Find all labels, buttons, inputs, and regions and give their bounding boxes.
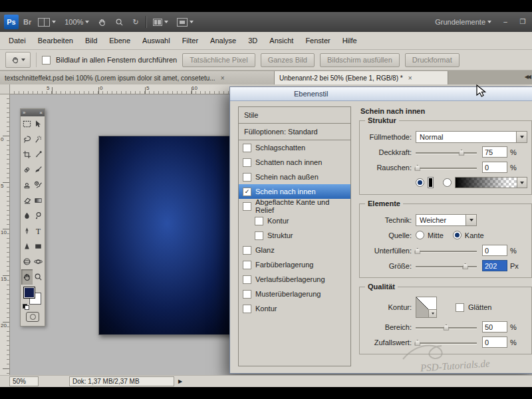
tool-gradient[interactable] [33,193,44,208]
deckkraft-slider[interactable] [416,148,477,157]
menu-ansicht[interactable]: Ansicht [263,32,299,49]
groesse-slider[interactable] [416,261,477,271]
rauschen-slider[interactable] [416,163,477,172]
tool-lasso[interactable] [21,132,33,147]
tool-type[interactable]: T [33,223,44,239]
style-item-kontur[interactable]: Kontur [239,301,350,316]
dialog-title-bar[interactable]: Ebenenstil [230,87,532,101]
glow-color-swatch[interactable] [428,177,434,188]
status-menu-arrow-icon[interactable]: ▶ [178,378,182,384]
menu-fenster[interactable]: Fenster [299,32,336,49]
gradient-radio[interactable] [443,178,452,187]
tab-unbenannt-2[interactable]: Unbenannt-2 bei 50% (Ebene 1, RGB/8) * × [275,71,448,84]
slider-thumb[interactable] [414,248,420,254]
menu-datei[interactable]: Datei [3,32,32,49]
menu-bearbeiten[interactable]: Bearbeiten [32,32,79,49]
bridge-launch-button[interactable]: Br [23,18,31,26]
tool-shape[interactable] [33,239,44,254]
tool-clone-stamp[interactable] [21,178,33,193]
slider-thumb[interactable] [414,340,420,346]
status-zoom-field[interactable]: 50% [9,376,39,386]
style-item-kontur-sub[interactable]: Kontur [239,213,350,228]
tab-close-icon[interactable]: × [408,74,412,82]
tool-rectangular-marquee[interactable] [21,116,33,132]
menu-bild[interactable]: Bild [79,32,103,49]
tool-brush[interactable] [33,162,44,178]
rotate-view-button[interactable]: ↻ [130,15,140,29]
tool-eraser[interactable] [21,193,33,208]
tools-panel-header[interactable]: » × [21,109,45,116]
tool-healing-brush[interactable] [21,162,33,178]
contour-picker-arrow-icon[interactable] [428,309,437,318]
quick-mask-button[interactable] [26,312,39,322]
tool-path-selection[interactable] [21,239,33,254]
tool-pen[interactable] [21,223,33,239]
style-checkbox[interactable]: ✓ [243,188,251,196]
tool-3d-orbit[interactable] [33,254,44,269]
tool-crop[interactable] [21,147,33,162]
view-extras-button[interactable] [36,15,58,29]
workspace-switcher[interactable]: Grundelemente [433,15,493,29]
style-item-struktur-sub[interactable]: Struktur [239,228,350,243]
style-item-verlaufsueberlagerung[interactable]: Verlaufsüberlagerung [239,272,350,287]
close-panel-icon[interactable]: × [39,110,43,116]
tool-history-brush[interactable] [33,178,44,193]
style-checkbox[interactable] [243,261,251,269]
style-item-schein-nach-aussen[interactable]: Schein nach außen [239,170,350,184]
tool-eyedropper[interactable] [33,147,44,162]
deckkraft-value[interactable]: 75 [482,146,507,158]
style-item-musterueberlagerung[interactable]: Musterüberlagerung [239,287,350,301]
style-item-schein-nach-innen[interactable]: ✓Schein nach innen [239,184,350,199]
style-checkbox[interactable] [243,158,251,167]
zufallswert-value[interactable]: 0 [482,336,507,348]
rauschen-value[interactable]: 0 [482,162,507,173]
style-item-schatten-nach-innen[interactable]: Schatten nach innen [239,155,350,170]
current-tool-preset[interactable] [5,52,31,68]
fit-screen-button[interactable]: Ganzes Bild [261,53,315,67]
technik-select[interactable]: Weicher [416,214,477,226]
hand-tool-button[interactable] [96,15,108,29]
glow-gradient-swatch[interactable] [455,177,517,188]
slider-thumb[interactable] [414,165,420,171]
quelle-kante-radio[interactable] [453,231,462,239]
tab-scroll-icon[interactable]: ◀◀ [525,74,530,80]
tool-quick-selection[interactable] [33,132,44,147]
contour-thumbnail[interactable] [416,297,437,318]
foreground-color-swatch[interactable] [23,287,35,299]
glaetten-checkbox[interactable] [456,303,464,312]
arrange-documents-button[interactable] [151,15,170,29]
fuellmethode-select[interactable]: Normal [416,131,527,143]
tool-hand[interactable] [21,269,33,285]
gradient-picker-arrow-icon[interactable] [517,177,527,188]
menu-analyse[interactable]: Analyse [204,32,242,49]
style-checkbox[interactable] [243,202,251,211]
tool-blur[interactable] [21,208,33,223]
tool-3d-rotate[interactable] [21,254,33,269]
unterfuellen-slider[interactable] [416,246,477,255]
tab-close-icon[interactable]: × [221,74,225,82]
style-item-glanz[interactable]: Glanz [239,243,350,257]
tab-textschnitteffekt[interactable]: textschnitteffekt.psd bei 100% (Lorem ip… [0,71,275,84]
menu-auswahl[interactable]: Auswahl [136,32,176,49]
tool-move[interactable] [33,116,44,132]
tool-zoom[interactable] [33,269,44,285]
slider-thumb[interactable] [444,325,450,331]
document-image[interactable] [98,136,247,335]
fill-screen-button[interactable]: Bildschirm ausfüllen [320,53,400,67]
quelle-mitte-radio[interactable] [416,231,424,239]
color-radio[interactable] [416,178,424,187]
style-checkbox[interactable] [243,275,251,284]
style-checkbox[interactable] [243,290,251,299]
zoom-tool-button[interactable] [113,15,126,29]
screen-mode-button[interactable] [175,15,196,29]
style-checkbox[interactable] [243,144,251,152]
slider-thumb[interactable] [462,263,468,269]
restore-button[interactable]: ❐ [517,18,528,27]
print-size-button[interactable]: Druckformat [405,53,460,67]
scroll-all-windows-checkbox[interactable] [42,56,51,65]
zufallswert-slider[interactable] [416,338,477,347]
actual-pixels-button[interactable]: Tatsächliche Pixel [182,53,255,67]
slider-thumb[interactable] [459,150,465,156]
vertical-ruler[interactable]: 0 5 10 15 20 [0,94,10,375]
zoom-level-dropdown[interactable]: 100% [63,15,91,29]
